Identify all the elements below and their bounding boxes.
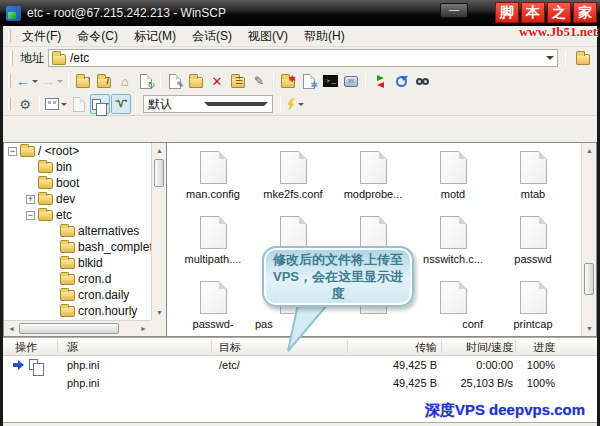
file-item[interactable]: motd: [413, 145, 493, 210]
scroll-up-icon[interactable]: ▲: [582, 143, 597, 158]
badge-char: 脚: [495, 2, 519, 23]
file-item[interactable]: mtab: [493, 145, 573, 210]
scroll-right-icon[interactable]: ►: [136, 321, 151, 336]
scrollbar-thumb[interactable]: [584, 263, 594, 295]
column-operation[interactable]: 操作: [15, 340, 37, 355]
tree-item-alternatives[interactable]: alternatives: [4, 223, 151, 239]
expand-icon[interactable]: [26, 195, 35, 204]
icons-view-button[interactable]: [90, 94, 110, 114]
custom-command-button[interactable]: ✲: [299, 71, 319, 91]
find-files-button[interactable]: [412, 71, 432, 91]
tree-toggle-button[interactable]: Ꮙ: [111, 94, 131, 114]
open-directory-button[interactable]: [573, 48, 593, 68]
scroll-up-icon[interactable]: ▲: [152, 143, 166, 158]
column-progress[interactable]: 进度: [517, 340, 555, 355]
chevron-down-icon[interactable]: [546, 56, 554, 60]
file-item[interactable]: modprobe...: [333, 145, 413, 210]
home-directory-button[interactable]: ⌂: [115, 71, 135, 91]
chevron-down-icon[interactable]: [57, 80, 63, 83]
separator: [39, 96, 40, 112]
profile-value: 默认: [148, 96, 204, 113]
session-profile-combobox[interactable]: 默认: [143, 95, 273, 113]
synchronize-button[interactable]: [370, 71, 390, 91]
file-item[interactable]: passwd: [493, 210, 573, 275]
console-button[interactable]: ＞_: [320, 71, 340, 91]
queue-row[interactable]: php.ini 49,425 B 25,103 B/s 100%: [3, 374, 597, 392]
tree-item-label: bash_completion: [78, 240, 151, 254]
chevron-down-icon[interactable]: [204, 102, 268, 106]
menu-commands[interactable]: 命令(C): [69, 26, 126, 47]
separator: [365, 73, 366, 89]
rename-button[interactable]: ✎: [249, 71, 269, 91]
file-item[interactable]: multipath....: [173, 210, 253, 275]
scrollbar-thumb[interactable]: [154, 159, 164, 187]
properties-button[interactable]: ☰: [228, 71, 248, 91]
tree-vertical-scrollbar[interactable]: ▲ ▼: [151, 143, 166, 320]
delete-button[interactable]: ✕: [207, 71, 227, 91]
transfer-settings-button[interactable]: [285, 94, 305, 114]
tree-item-bash-completion[interactable]: bash_completion: [4, 239, 151, 255]
toolbar-grip: [8, 97, 11, 111]
tree-item-cron-d[interactable]: cron.d: [4, 271, 151, 287]
file-label: mke2fs.conf: [253, 188, 333, 200]
chevron-down-icon[interactable]: [32, 80, 38, 83]
file-item[interactable]: man.config: [173, 145, 253, 210]
menu-help[interactable]: 帮助(H): [296, 26, 353, 47]
tree-item-cron-daily[interactable]: cron.daily: [4, 287, 151, 303]
file-item[interactable]: printcap: [493, 275, 573, 337]
menu-mark[interactable]: 标记(M): [126, 26, 184, 47]
forward-button[interactable]: →: [40, 71, 64, 91]
column-transferred[interactable]: 传输: [355, 340, 437, 355]
scroll-down-icon[interactable]: ▼: [152, 305, 166, 320]
tree-item-dev[interactable]: dev: [4, 191, 151, 207]
tree-item-etc[interactable]: etc: [4, 207, 151, 223]
menu-file[interactable]: 文件(F): [14, 26, 69, 47]
back-button[interactable]: ←: [15, 71, 39, 91]
root-directory-button[interactable]: /: [94, 71, 114, 91]
files-vertical-scrollbar[interactable]: ▲ ▼: [581, 143, 596, 336]
collapse-icon[interactable]: [26, 211, 35, 220]
home-icon: ⌂: [121, 74, 129, 89]
tree-horizontal-scrollbar[interactable]: ◄ ►: [4, 320, 151, 336]
tree-item-label: cron.daily: [78, 288, 129, 302]
edit-file-button[interactable]: ✎: [165, 71, 185, 91]
file-item[interactable]: mke2fs.conf: [253, 145, 333, 210]
file-icon: [200, 151, 227, 184]
file-icon: [200, 281, 227, 314]
tree-item-bin[interactable]: bin: [4, 159, 151, 175]
tree-item-boot[interactable]: boot: [4, 175, 151, 191]
file-item[interactable]: conf: [413, 275, 493, 337]
menu-session[interactable]: 会话(S): [184, 26, 240, 47]
column-source[interactable]: 源: [67, 340, 78, 355]
file-item[interactable]: nsswitch.c...: [413, 210, 493, 275]
collapse-icon[interactable]: [8, 147, 17, 156]
address-combobox[interactable]: /etc: [48, 49, 558, 67]
chevron-down-icon[interactable]: [61, 103, 67, 106]
menu-view[interactable]: 视图(V): [240, 26, 296, 47]
file-label: man.config: [173, 188, 253, 200]
minimize-button[interactable]: —: [440, 3, 468, 18]
file-icon: [440, 216, 467, 249]
tree-item-blkid[interactable]: blkid: [4, 255, 151, 271]
file-item[interactable]: passwd-: [173, 275, 253, 337]
folder-icon: [60, 274, 75, 285]
refresh-directory-button[interactable]: ↻: [136, 71, 156, 91]
tree-item-cron-hourly[interactable]: cron.hourly: [4, 303, 151, 319]
refresh-remote-button[interactable]: [391, 71, 411, 91]
tree-item-root[interactable]: / <root>: [4, 143, 151, 159]
remote-computer-button[interactable]: [341, 71, 361, 91]
new-folder-button[interactable]: ✱: [278, 71, 298, 91]
chevron-down-icon[interactable]: [298, 103, 304, 106]
file-label: multipath....: [173, 253, 253, 265]
column-time-speed[interactable]: 时间/速度: [443, 340, 513, 355]
preferences-button[interactable]: ⚙: [15, 94, 35, 114]
queue-row[interactable]: php.ini /etc/ 49,425 B 0:00:00 100%: [3, 356, 597, 374]
scroll-left-icon[interactable]: ◄: [4, 321, 19, 336]
column-target[interactable]: 目标: [219, 340, 241, 355]
scrollbar-thumb[interactable]: [19, 323, 119, 334]
scroll-down-icon[interactable]: ▼: [582, 321, 597, 336]
queue-time: 25,103 B/s: [443, 377, 513, 389]
open-file-button[interactable]: [186, 71, 206, 91]
view-style-button[interactable]: [44, 94, 68, 114]
parent-directory-button[interactable]: ↑: [73, 71, 93, 91]
